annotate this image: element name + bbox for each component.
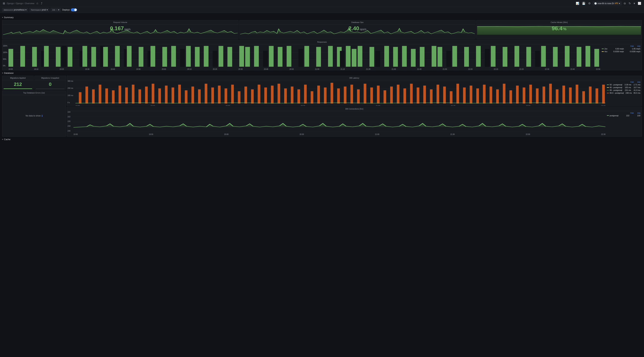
breadcrumb-sep-2: / — [24, 2, 24, 5]
db-latency-svg — [76, 81, 606, 104]
svg-rect-35 — [254, 46, 259, 67]
legend-95-color — [607, 87, 609, 88]
breadcrumb-item-1[interactable]: Django — [7, 2, 14, 5]
svg-rect-110 — [291, 86, 293, 104]
svg-rect-111 — [298, 89, 300, 104]
svg-rect-55 — [420, 47, 424, 67]
svg-rect-103 — [244, 86, 247, 104]
svg-rect-137 — [470, 86, 472, 104]
settings-icon[interactable]: ⚙ — [588, 1, 591, 6]
legend-999-avg: 85.5 ms — [634, 92, 640, 94]
svg-rect-29 — [204, 46, 208, 67]
svg-rect-113 — [310, 91, 313, 104]
svg-rect-92 — [172, 88, 174, 104]
breadcrumb-item-3[interactable]: Overview — [25, 2, 34, 5]
db-latency-legend-95: 95 - postgresql 155 ms 10.7 ms — [607, 86, 640, 88]
svg-rect-98 — [211, 88, 214, 104]
summary-section-header[interactable]: ▾ Summary — [2, 16, 642, 19]
db-right-col: DB Latency 300 ms 200 ms 100 ms 0 s — [67, 76, 642, 137]
svg-rect-67 — [535, 51, 540, 67]
migrations-applied-progress-fill — [4, 88, 32, 89]
graph-view-icon[interactable]: 📊 — [575, 1, 580, 6]
db-connections-legend: max avg postgresql 222 218 — [606, 111, 642, 135]
svg-rect-131 — [430, 89, 432, 104]
save-icon[interactable]: 💾 — [581, 1, 586, 6]
svg-rect-105 — [258, 85, 260, 104]
legend-4xx-left: 4xx — [602, 50, 608, 52]
svg-rect-45 — [340, 51, 345, 67]
legend-pg-left: postgresql — [607, 114, 618, 117]
svg-rect-51 — [384, 46, 389, 67]
svg-rect-120 — [357, 89, 360, 104]
svg-rect-154 — [582, 91, 585, 104]
summary-label: Summary — [4, 16, 14, 19]
svg-rect-24 — [162, 47, 167, 67]
database-ops-title: Database Ops — [240, 20, 476, 24]
request-volume-sparkline: 0.167 req/s — [3, 25, 238, 36]
legend-99-left: 99 - postgresql — [607, 89, 622, 91]
svg-rect-20 — [127, 46, 132, 67]
cache-hitrate-body: 96.4 % — [476, 24, 642, 36]
responses-legend-4xx: 4xx 0.0330 req/s 0.0330 req/s — [602, 50, 640, 52]
legend-95-label: 95 - postgresql — [610, 86, 622, 88]
db-connections-chart-area: 224 222 220 218 216 — [67, 111, 606, 135]
datasource-filter[interactable]: datasource prometheus ▾ — [2, 8, 28, 12]
job-filter[interactable]: Job ··· ▾ — [50, 8, 61, 12]
svg-rect-85 — [125, 88, 128, 104]
db-latency-legend: max avg 50 - postgresql 3.39 ms 2.71 ms — [606, 80, 642, 106]
zoom-out-icon[interactable]: ⊖ — [623, 1, 626, 6]
svg-rect-33 — [239, 46, 244, 67]
svg-rect-49 — [370, 47, 374, 67]
namespace-filter[interactable]: Namespace prod ▾ — [29, 8, 49, 12]
svg-rect-57 — [438, 47, 442, 67]
star-icon[interactable]: ☆ — [36, 1, 39, 6]
svg-rect-11 — [62, 46, 66, 67]
namespace-chevron: ▾ — [47, 9, 48, 11]
legend-4xx-max: 0.0330 req/s — [613, 50, 624, 52]
db-errors-no-data: No data to show ℹ — [2, 95, 66, 136]
toggle-track[interactable] — [71, 8, 77, 12]
legend-95-max: 155 ms — [625, 86, 631, 88]
svg-rect-121 — [364, 84, 366, 104]
datasource-chevron: ▾ — [26, 9, 26, 11]
tv-mode-icon[interactable]: ⬜ — [637, 1, 642, 6]
refresh-options-icon[interactable]: ▾ — [633, 1, 636, 6]
legend-4xx-avg: 0.0330 req/s — [630, 50, 640, 52]
svg-rect-146 — [529, 85, 532, 104]
svg-rect-41 — [304, 46, 309, 67]
share-icon[interactable]: ⤴ — [40, 1, 43, 6]
refresh-icon[interactable]: ↻ — [628, 1, 632, 6]
svg-rect-91 — [165, 86, 168, 104]
svg-rect-96 — [198, 89, 200, 104]
svg-rect-72 — [586, 46, 590, 67]
svg-rect-47 — [352, 49, 356, 67]
legend-4xx-label: 4xx — [604, 50, 608, 52]
responses-title: Responses — [2, 40, 642, 44]
db-latency-x-axis: 19:0019:3020:0020:3021:0021:3022:0022:30 — [76, 105, 606, 106]
legend-pg-max: 222 — [626, 114, 629, 117]
db-stat-panels-row: Migrations Applied 212 Migrations Unappl… — [2, 76, 66, 90]
breadcrumb-item-2[interactable]: Django — [16, 2, 23, 5]
svg-rect-82 — [106, 88, 108, 104]
svg-rect-157 — [602, 85, 605, 104]
legend-50-color — [607, 84, 609, 85]
time-range-picker[interactable]: 🕐 now-6h to now-2h UTC ▾ — [593, 2, 622, 5]
database-label: Database — [4, 72, 14, 74]
svg-rect-124 — [384, 90, 386, 104]
responses-x-axis: 19:0019:1019:2019:3019:4019:50 20:0020:1… — [8, 68, 600, 70]
svg-rect-61 — [476, 46, 481, 67]
svg-rect-26 — [180, 49, 185, 67]
svg-rect-144 — [516, 86, 518, 104]
svg-rect-31 — [218, 46, 223, 67]
datasource-value: prometheus — [14, 9, 24, 11]
svg-rect-62 — [485, 49, 490, 67]
database-section-header[interactable]: ▾ Database — [2, 72, 642, 74]
database-chevron: ▾ — [2, 72, 3, 74]
svg-rect-10 — [56, 47, 60, 67]
request-volume-value: 0.167 — [110, 25, 124, 32]
cache-section-header[interactable]: ▾ Cache — [2, 138, 642, 141]
app-menu-icon[interactable]: ⊞ — [2, 1, 6, 6]
deploys-toggle[interactable]: Deploys — [62, 8, 77, 12]
legend-999-label: 99.9 - postgresql — [610, 92, 624, 94]
svg-rect-104 — [251, 89, 254, 104]
